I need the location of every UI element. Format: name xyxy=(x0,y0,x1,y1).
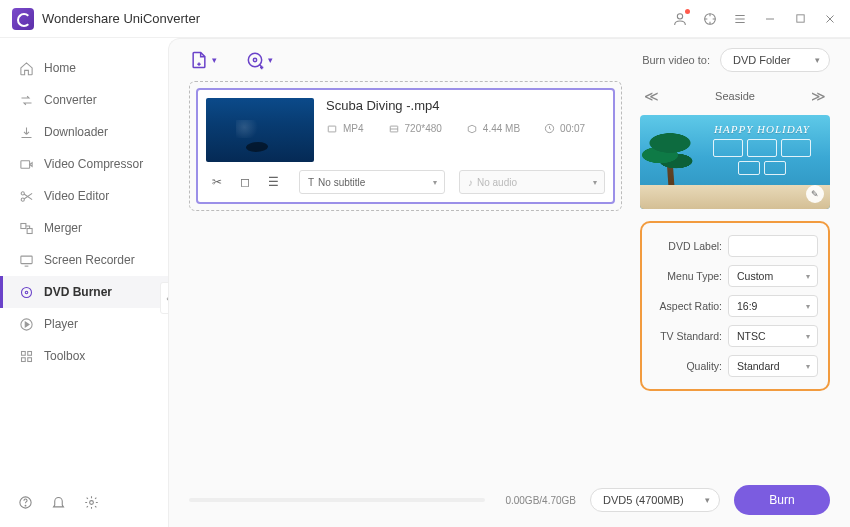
svg-rect-3 xyxy=(20,160,29,168)
sidebar-item-video-compressor[interactable]: Video Compressor xyxy=(0,148,168,180)
quality-select[interactable]: Standard xyxy=(728,355,818,377)
svg-point-0 xyxy=(677,13,682,18)
grid-icon xyxy=(18,348,34,364)
theme-preview[interactable]: HAPPY HOLIDAY ✎ xyxy=(640,115,830,209)
svg-rect-21 xyxy=(328,126,336,132)
play-icon xyxy=(18,316,34,332)
theme-prev-button[interactable]: ≪ xyxy=(640,88,663,104)
size-progress xyxy=(189,498,485,502)
svg-point-20 xyxy=(253,58,256,61)
svg-point-17 xyxy=(25,505,26,506)
sidebar-item-screen-recorder[interactable]: Screen Recorder xyxy=(0,244,168,276)
sidebar-item-video-editor[interactable]: Video Editor xyxy=(0,180,168,212)
menu-icon[interactable] xyxy=(732,11,748,27)
sidebar-item-dvd-burner[interactable]: DVD Burner xyxy=(0,276,168,308)
app-logo-icon xyxy=(12,8,34,30)
sidebar-item-label: Home xyxy=(44,61,76,75)
sidebar: Home Converter Downloader Video Compress… xyxy=(0,38,168,527)
dvd-settings-panel: DVD Label: Menu Type:Custom Aspect Ratio… xyxy=(640,221,830,391)
toolbar: ▾ ▾ Burn video to: DVD Folder xyxy=(169,39,850,81)
video-size: 4.44 MB xyxy=(466,123,520,134)
aspect-ratio-label: Aspect Ratio: xyxy=(652,300,722,312)
more-icon[interactable]: ☰ xyxy=(268,175,279,189)
subtitle-select[interactable]: TNo subtitle xyxy=(299,170,445,194)
edit-theme-button[interactable]: ✎ xyxy=(806,185,824,203)
size-text: 0.00GB/4.70GB xyxy=(505,495,576,506)
support-icon[interactable] xyxy=(702,11,718,27)
svg-point-9 xyxy=(21,287,31,297)
main-content: ▾ ▾ Burn video to: DVD Folder Scuba Divi… xyxy=(168,38,850,527)
disc-type-select[interactable]: DVD5 (4700MB) xyxy=(590,488,720,512)
burn-button[interactable]: Burn xyxy=(734,485,830,515)
tv-standard-label: TV Standard: xyxy=(652,330,722,342)
disc-icon xyxy=(18,284,34,300)
svg-rect-14 xyxy=(21,357,25,361)
notifications-icon[interactable] xyxy=(51,495,66,513)
converter-icon xyxy=(18,92,34,108)
download-icon xyxy=(18,124,34,140)
add-file-button[interactable]: ▾ xyxy=(189,50,217,70)
video-format: MP4 xyxy=(326,123,364,134)
bottom-bar: 0.00GB/4.70GB DVD5 (4700MB) Burn xyxy=(169,473,850,527)
dvd-label-input[interactable] xyxy=(728,235,818,257)
burn-to-select[interactable]: DVD Folder xyxy=(720,48,830,72)
svg-rect-6 xyxy=(20,223,25,228)
sidebar-item-label: Video Editor xyxy=(44,189,109,203)
dropzone[interactable]: Scuba Diving -.mp4 MP4 720*480 4.44 MB 0… xyxy=(189,81,622,211)
svg-rect-8 xyxy=(20,256,31,264)
scissors-icon xyxy=(18,188,34,204)
tv-standard-select[interactable]: NTSC xyxy=(728,325,818,347)
crop-icon[interactable]: ◻ xyxy=(240,175,250,189)
sidebar-item-downloader[interactable]: Downloader xyxy=(0,116,168,148)
sidebar-item-label: Converter xyxy=(44,93,97,107)
video-queue: Scuba Diving -.mp4 MP4 720*480 4.44 MB 0… xyxy=(169,81,622,473)
dvd-label-label: DVD Label: xyxy=(652,240,722,252)
recorder-icon xyxy=(18,252,34,268)
help-icon[interactable] xyxy=(18,495,33,513)
svg-point-18 xyxy=(90,501,94,505)
sidebar-item-label: DVD Burner xyxy=(44,285,112,299)
load-dvd-button[interactable]: ▾ xyxy=(245,50,273,70)
sidebar-item-label: Video Compressor xyxy=(44,157,143,171)
video-duration: 00:07 xyxy=(544,123,585,134)
video-thumbnail[interactable] xyxy=(206,98,314,162)
aspect-ratio-select[interactable]: 16:9 xyxy=(728,295,818,317)
sidebar-item-label: Player xyxy=(44,317,78,331)
video-filename: Scuba Diving -.mp4 xyxy=(326,98,605,113)
minimize-button[interactable] xyxy=(762,11,778,27)
svg-rect-7 xyxy=(27,228,32,233)
svg-rect-13 xyxy=(27,351,31,355)
titlebar: Wondershare UniConverter xyxy=(0,0,850,38)
home-icon xyxy=(18,60,34,76)
svg-point-10 xyxy=(25,291,28,294)
sidebar-item-converter[interactable]: Converter xyxy=(0,84,168,116)
sidebar-item-player[interactable]: Player xyxy=(0,308,168,340)
svg-rect-2 xyxy=(796,15,803,22)
svg-rect-15 xyxy=(27,357,31,361)
sidebar-item-toolbox[interactable]: Toolbox xyxy=(0,340,168,372)
settings-icon[interactable] xyxy=(84,495,99,513)
sidebar-item-merger[interactable]: Merger xyxy=(0,212,168,244)
app-title: Wondershare UniConverter xyxy=(42,11,200,26)
sidebar-item-label: Merger xyxy=(44,221,82,235)
burn-to-label: Burn video to: xyxy=(642,54,710,66)
menu-type-label: Menu Type: xyxy=(652,270,722,282)
video-card: Scuba Diving -.mp4 MP4 720*480 4.44 MB 0… xyxy=(196,88,615,204)
sidebar-item-home[interactable]: Home xyxy=(0,52,168,84)
account-icon[interactable] xyxy=(672,11,688,27)
right-panel: ≪ Seaside ≫ HAPPY HOLIDAY ✎ DVD Label: M… xyxy=(640,81,830,473)
video-resolution: 720*480 xyxy=(388,123,442,134)
sidebar-item-label: Toolbox xyxy=(44,349,85,363)
audio-select[interactable]: ♪No audio xyxy=(459,170,605,194)
maximize-button[interactable] xyxy=(792,11,808,27)
theme-banner-text: HAPPY HOLIDAY xyxy=(714,123,810,135)
theme-next-button[interactable]: ≫ xyxy=(807,88,830,104)
trim-icon[interactable]: ✂ xyxy=(212,175,222,189)
compressor-icon xyxy=(18,156,34,172)
quality-label: Quality: xyxy=(652,360,722,372)
close-button[interactable] xyxy=(822,11,838,27)
theme-name: Seaside xyxy=(715,90,755,102)
svg-rect-12 xyxy=(21,351,25,355)
sidebar-item-label: Downloader xyxy=(44,125,108,139)
menu-type-select[interactable]: Custom xyxy=(728,265,818,287)
